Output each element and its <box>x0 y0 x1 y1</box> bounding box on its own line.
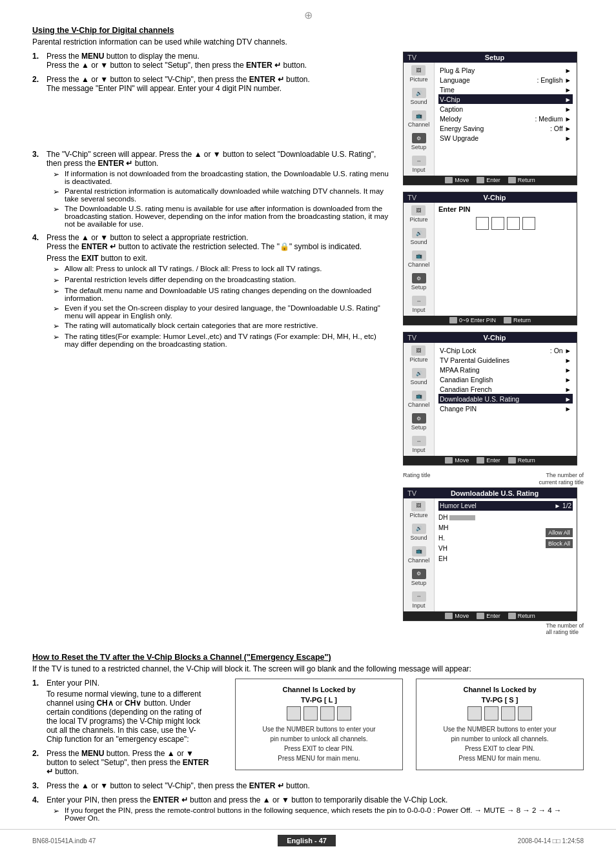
allow-block-btn-group: Allow All Block All <box>546 528 573 548</box>
vchip-lock-row[interactable]: V-Chip Lock: On ► <box>438 345 573 355</box>
sidebar-setup-label: Setup <box>411 144 427 150</box>
all-rating-label: The number ofall rating title <box>546 622 584 637</box>
vchip-parental-row[interactable]: TV Parental Guidelines► <box>438 355 573 365</box>
pin-picture-icon: 🖼 <box>411 205 426 216</box>
dl-picture-label: Picture <box>409 512 427 518</box>
step-2-num: 2. <box>32 75 43 93</box>
sidebar-input: ↔ Input <box>412 156 426 173</box>
s2-step-1-text: Enter your PIN. <box>46 679 209 688</box>
vchip-channel-label: Channel <box>408 402 430 408</box>
dl-sidebar-picture: 🖼 Picture <box>409 501 427 518</box>
sidebar-sound: 🔊 Sound <box>410 88 427 105</box>
vchip-footer-return: Return <box>508 457 535 464</box>
rating-items-list: DH MH H. VH EH <box>438 513 543 564</box>
menu-vchip[interactable]: V-Chip► <box>438 94 573 104</box>
step-4-num: 4. <box>32 233 43 348</box>
step-4-sub4: ➢Even if you set the On-screen display t… <box>53 304 390 320</box>
dl-channel-label: Channel <box>408 557 430 564</box>
humor-level-row[interactable]: Humor Level ► 1/2 <box>438 501 573 511</box>
vchip-input-label: Input <box>412 447 426 453</box>
vchip-header: TV V-Chip <box>404 332 577 343</box>
center-cross-icon: ⊕ <box>304 9 313 21</box>
channel-icon: 📺 <box>412 110 426 121</box>
allow-block-buttons: Allow All Block All <box>543 513 573 564</box>
step-1: 1. Press the MENU button to display the … <box>32 52 390 70</box>
section1-intro: Parental restriction information can be … <box>32 37 584 46</box>
menu-energy[interactable]: Energy Saving: Off ► <box>438 123 573 133</box>
locked-box-2: Channel Is Locked by TV-PG [ L ] Use the… <box>235 679 403 770</box>
menu-sw-upgrade[interactable]: SW Upgrade► <box>438 133 573 143</box>
sidebar-input-label: Input <box>412 167 426 173</box>
pin-sound-icon: 🔊 <box>412 228 426 238</box>
pin-sidebar-input: ↔ Input <box>412 296 426 313</box>
pin-sidebar-setup: ⚙ Setup <box>411 273 427 291</box>
rating-items-text: DH MH H. VH EH <box>438 513 543 564</box>
dl-setup-label: Setup <box>411 580 427 586</box>
vchip-sidebar-picture: 🖼 Picture <box>409 345 427 363</box>
locked-box-1-title: Channel Is Locked by <box>426 686 574 693</box>
setup-menu-header: TV Setup <box>404 52 577 63</box>
block-all-btn[interactable]: Block All <box>546 539 573 548</box>
vchip-mpaa-row[interactable]: MPAA Rating► <box>438 365 573 374</box>
page: ⊕ Using the V-Chip for Digital channels … <box>0 0 616 849</box>
setup-menu-box: TV Setup 🖼 Picture 🔊 Sound <box>403 52 577 185</box>
pin-header-tv: TV <box>407 194 416 201</box>
vchip-canenglish-row[interactable]: Canadian English► <box>438 374 573 384</box>
menu-caption[interactable]: Caption► <box>438 104 573 114</box>
vchip-canfrench-row[interactable]: Canadian French► <box>438 384 573 394</box>
vchip-footer-move: Move <box>445 457 469 464</box>
section1-content: 1. Press the MENU button to display the … <box>32 52 584 640</box>
sidebar-channel: 📺 Channel <box>408 110 430 128</box>
sidebar-picture: 🖼 Picture <box>409 65 427 83</box>
pin-setup-icon: ⚙ <box>412 273 426 283</box>
section2-intro: If the TV is tuned to a restricted chann… <box>32 664 584 673</box>
dl-header-tv: TV <box>407 489 416 497</box>
dl-sound-icon: 🔊 <box>412 524 426 534</box>
dl-header: TV Downloadable U.S. Rating <box>404 488 577 498</box>
dl-sound-label: Sound <box>410 535 427 541</box>
setup-footer: Move Enter Return <box>404 176 577 185</box>
menu-language[interactable]: Language: English ► <box>438 75 573 85</box>
step-2: 2. Press the ▲ or ▼ button to select "V-… <box>32 75 390 93</box>
humor-value: ► 1/2 <box>554 502 571 509</box>
locked-box-2-rating: TV-PG [ L ] <box>245 696 393 704</box>
step-4-sub1: ➢Allow all: Press to unlock all TV ratin… <box>53 265 390 274</box>
pin-box-2[interactable] <box>491 217 504 230</box>
step-4-content: Press the ▲ or ▼ button to select a appr… <box>46 233 390 348</box>
picture-icon: 🖼 <box>411 65 426 76</box>
pin-box-3[interactable] <box>507 217 520 230</box>
pin-input-icon: ↔ <box>412 296 426 306</box>
step-4-sub6: ➢The rating titles(For example: Humor Le… <box>53 332 390 348</box>
dl-input-icon: ↔ <box>412 591 426 602</box>
menu-time[interactable]: Time► <box>438 85 573 94</box>
footer-09-enter: 0~9 Enter PIN <box>449 317 496 323</box>
vchip-header-tv: TV <box>407 334 416 342</box>
menu-plug-play[interactable]: Plug & Play► <box>438 65 573 75</box>
pin-sidebar: 🖼 Picture 🔊 Sound 📺 Channel <box>404 203 435 316</box>
s2-step-4-sub: ➢If you forget the PIN, press the remote… <box>53 806 584 822</box>
vchip-downloadable-row[interactable]: Downloadable U.S. Rating► <box>438 394 573 404</box>
step-4: 4. Press the ▲ or ▼ button to select a a… <box>32 233 390 348</box>
pin-box-1[interactable] <box>476 217 489 230</box>
allow-all-btn[interactable]: Allow All <box>546 528 573 537</box>
menu-melody[interactable]: Melody: Medium ► <box>438 114 573 123</box>
pin-sidebar-picture: 🖼 Picture <box>409 205 427 223</box>
pin-box-4[interactable] <box>522 217 535 230</box>
spacer-1 <box>32 98 390 150</box>
vchip-setup-icon: ⚙ <box>412 413 426 424</box>
locked-box-2-text: Use the NUMBER buttons to enter yourpin … <box>245 724 393 763</box>
vchip-changepin-row[interactable]: Change PIN► <box>438 404 573 413</box>
dl-header-title: Downloadable U.S. Rating <box>451 489 539 497</box>
downloadable-rating-wrapper: Rating title The number ofcurrent rating… <box>403 472 584 636</box>
step-3-sub1: ➢If information is not downloaded from t… <box>53 170 390 185</box>
locked-pin-2-4 <box>337 706 351 721</box>
pin-setup-label: Setup <box>411 284 427 291</box>
page-number: English - 47 <box>278 835 336 846</box>
vchip-body: 🖼 Picture 🔊 Sound 📺 Channel <box>404 343 577 456</box>
s2-step-2: 2. Press the MENU button. Press the ▲ or… <box>32 749 209 776</box>
pin-channel-icon: 📺 <box>412 251 426 261</box>
sidebar-channel-label: Channel <box>408 121 430 128</box>
vchip-picture-icon: 🖼 <box>411 345 426 356</box>
current-rating-label: The number ofcurrent rating title <box>539 472 584 486</box>
s2-step-3: 3. Press the ▲ or ▼ button to select "V-… <box>32 781 584 790</box>
